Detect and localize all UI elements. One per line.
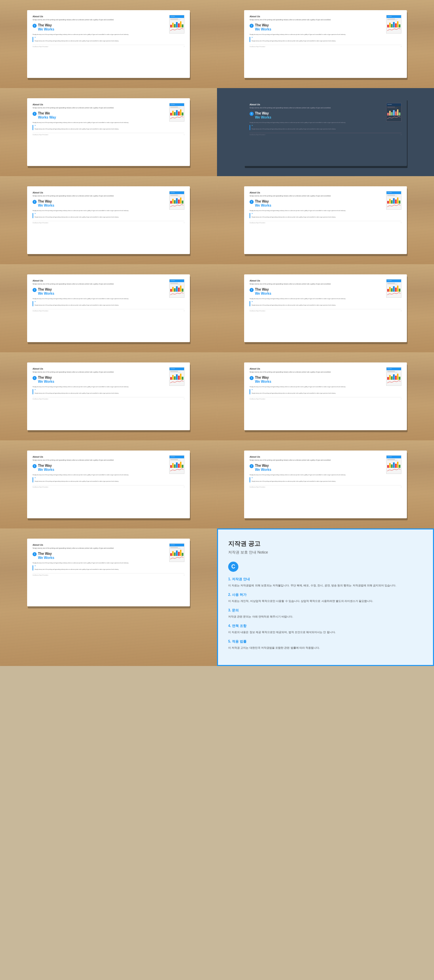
quote-text-4: Simply dummy text of the printing and ty…: [252, 128, 385, 130]
quote-mark-3: ": [35, 125, 168, 128]
about-text-1: Simply dummy text of the printing and ty…: [33, 19, 168, 21]
footer-page-9: 2: [184, 398, 184, 400]
heading-line1-13: The Way: [38, 552, 54, 556]
quote-text-13: Simply dummy text of the printing and ty…: [35, 569, 168, 570]
heading-line2-5: We Works: [38, 204, 54, 208]
about-title-2: About Us: [250, 15, 385, 18]
quote-text-5: Simply dummy text of the printing and ty…: [35, 216, 168, 218]
heading-line2-2: We Works: [255, 27, 271, 32]
korean-content: 지작권 공고 저작권 보호 안내 Notice C 1. 저작권 안내 이 자료…: [218, 530, 433, 665]
heading-line1-5: The Way: [38, 199, 54, 204]
body-text-12: Simply dummy text of the printing and ty…: [250, 474, 385, 476]
korean-section-title-1: 1. 저작권 안내: [228, 577, 423, 582]
korean-section-body-4: 이 자료의 내용은 정보 제공 목적으로만 제공되며, 법적 조언으로 해석되어…: [228, 630, 423, 635]
heading-line1-6: The Way: [255, 199, 271, 204]
korean-section-3: 3. 문의 저작권 관련 문의는 아래 연락처로 해주시기 바랍니다.: [228, 608, 423, 620]
body-text-6: Simply dummy text of the printing and ty…: [250, 210, 385, 212]
cell-12: About Us Simply dummy text of the printi…: [217, 441, 434, 528]
circle-icon-2: i: [250, 24, 254, 28]
footer-brand-4: OnurBusiness Report Presentation: [250, 134, 265, 135]
quote-mark-5: ": [35, 213, 168, 216]
heading-line1-8: The Way: [255, 288, 271, 292]
about-text-10: Simply dummy text of the printing and ty…: [250, 371, 385, 374]
circle-icon-13: i: [33, 552, 37, 556]
about-title-11: About Us: [33, 455, 168, 459]
korean-section-2: 2. 사용 허가 이 자료는 개인적, 비상업적 목적으로만 사용할 수 있습니…: [228, 592, 423, 604]
heading-line2-10: We Works: [255, 380, 271, 384]
slide-7: About Us Simply dummy text of the printi…: [27, 274, 190, 342]
korean-section-title-5: 5. 적용 법률: [228, 639, 423, 644]
cell-1: About Us Simply dummy text of the printi…: [0, 0, 217, 88]
slide-12: About Us Simply dummy text of the printi…: [244, 450, 407, 518]
heading-line2-3: Works Way: [38, 116, 56, 119]
about-title-7: About Us: [33, 279, 168, 283]
slide-3: About Us Simply dummy text of the printi…: [27, 98, 190, 166]
footer-page-12: 2: [401, 487, 401, 488]
about-text-8: Simply dummy text of the printing and ty…: [250, 283, 385, 286]
korean-panel: 지작권 공고 저작권 보호 안내 Notice C 1. 저작권 안내 이 자료…: [217, 528, 434, 666]
slide-2: About Us Simply dummy text of the printi…: [244, 10, 407, 78]
heading-line1-2: The Way: [255, 23, 271, 27]
footer-brand-2: OnurBusiness Report Presentation: [250, 46, 265, 48]
about-title-8: About Us: [250, 279, 385, 283]
quote-mark-12: ": [252, 477, 385, 481]
korean-section-body-5: 이 저작권 고지는 대한민국 저작권법을 포함한 관련 법률에 따라 적용됩니다…: [228, 645, 423, 651]
slide-5: About Us Simply dummy text of the printi…: [27, 186, 190, 254]
cell-2: About Us Simply dummy text of the printi…: [217, 0, 434, 88]
cell-6: About Us Simply dummy text of the printi…: [217, 176, 434, 264]
footer-page-2: 2: [401, 46, 401, 48]
about-text-3: Simply dummy text of the printing and ty…: [33, 107, 168, 110]
quote-text-12: Simply dummy text of the printing and ty…: [252, 481, 385, 482]
body-text-4: Simply dummy text of the printing and ty…: [250, 122, 385, 124]
heading-line2-12: We Works: [255, 468, 271, 472]
about-title-13: About Us: [33, 543, 168, 547]
slide-10: About Us Simply dummy text of the printi…: [244, 363, 407, 430]
quote-text-8: Simply dummy text of the printing and ty…: [252, 304, 385, 306]
cell-4-dark: About Us Simply dummy text of the printi…: [217, 88, 434, 176]
korean-section-title-3: 3. 문의: [228, 608, 423, 613]
circle-icon-1: i: [33, 24, 37, 28]
circle-icon-3: i: [33, 112, 37, 116]
footer-brand-7: OnurBusiness Report Presentation: [33, 310, 48, 312]
about-title-6: About Us: [250, 191, 385, 194]
footer-brand-9: OnurBusiness Report Presentation: [33, 398, 48, 400]
footer-brand-5: OnurBusiness Report Presentation: [33, 222, 48, 224]
about-title-3: About Us: [33, 103, 168, 107]
circle-icon-6: i: [250, 200, 254, 204]
footer-page-5: 2: [184, 222, 184, 224]
about-text-13: Simply dummy text of the printing and ty…: [33, 547, 168, 550]
thumb-13: BUSINESS: [169, 543, 184, 562]
body-text-1: Simply dummy text of the printing and ty…: [33, 33, 168, 35]
korean-section-body-3: 저작권 관련 문의는 아래 연락처로 해주시기 바랍니다.: [228, 614, 423, 620]
circle-icon-11: i: [33, 464, 37, 468]
about-text-9: Simply dummy text of the printing and ty…: [33, 371, 168, 374]
quote-mark-11: ": [35, 477, 168, 481]
cell-3: About Us Simply dummy text of the printi…: [0, 88, 217, 176]
thumb-5: BUSINESS: [169, 191, 184, 210]
footer-brand-13: OnurBusiness Report Presentation: [33, 574, 48, 576]
quote-text-7: Simply dummy text of the printing and ty…: [35, 304, 168, 306]
quote-mark-8: ": [252, 301, 385, 304]
thumb-9: BUSINESS: [169, 367, 184, 386]
circle-icon-4: i: [250, 112, 254, 116]
slide-1: About Us Simply dummy text of the printi…: [27, 10, 190, 78]
circle-icon-8: i: [250, 288, 254, 292]
body-text-11: Simply dummy text of the printing and ty…: [33, 474, 168, 476]
korean-section-body-1: 이 자료는 저작권법에 의해 보호되는 저작물입니다. 무단 복제, 배포, 수…: [228, 583, 423, 589]
heading-line1-11: The Way: [38, 464, 54, 468]
korean-section-1: 1. 저작권 안내 이 자료는 저작권법에 의해 보호되는 저작물입니다. 무단…: [228, 577, 423, 589]
body-text-3: Simply dummy text of the printing and ty…: [33, 122, 168, 124]
about-title-9: About Us: [33, 367, 168, 371]
thumb-2: BUSINESS: [386, 15, 401, 33]
footer-page-11: 2: [184, 487, 184, 488]
footer-page-7: 2: [184, 310, 184, 312]
footer-brand-3: OnurBusiness Report Presentation: [33, 134, 48, 135]
cell-10: About Us Simply dummy text of the printi…: [217, 352, 434, 441]
thumb-10: BUSINESS: [386, 367, 401, 386]
cell-13: About Us Simply dummy text of the printi…: [0, 528, 217, 666]
body-text-13: Simply dummy text of the printing and ty…: [33, 562, 168, 564]
korean-section-body-2: 이 자료는 개인적, 비상업적 목적으로만 사용할 수 있습니다. 상업적 목적…: [228, 598, 423, 604]
about-text-11: Simply dummy text of the printing and ty…: [33, 459, 168, 462]
about-title-12: About Us: [250, 455, 385, 459]
cell-5: About Us Simply dummy text of the printi…: [0, 176, 217, 264]
